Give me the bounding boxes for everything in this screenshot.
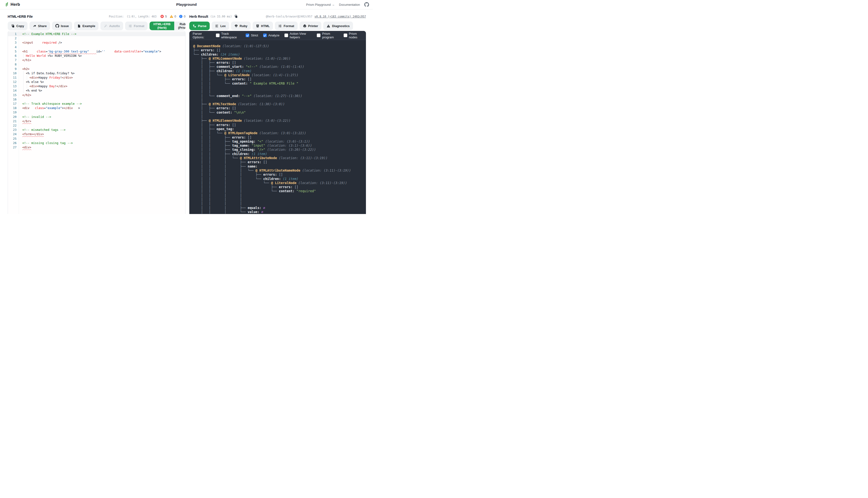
tree-line: │ ├── comment_start: "<!--" (location: (…	[193, 65, 362, 69]
version-link[interactable]: v0.8.10 (+183 commits) 2402c957	[314, 15, 366, 18]
html-button-label: HTML	[261, 24, 269, 28]
format-button[interactable]: Format	[125, 22, 148, 30]
lex-button[interactable]: Lex	[212, 22, 229, 30]
code-line[interactable]: <!-- Example HTML+ERB File -->	[19, 32, 185, 36]
diagnostic-badge: 0	[179, 15, 185, 18]
tree-line: │ │ │ └── value: ∅	[193, 210, 362, 214]
code-line[interactable]: <!-- Track whitespace example -->	[19, 102, 185, 106]
result-output-panel: Parser Options: Track whitespaceStrictAn…	[189, 31, 366, 214]
code-line[interactable]: Hello World <%= RUBY_VERSION %>	[19, 54, 185, 58]
tree-output[interactable]: @ DocumentNode (location: (1:0)-(27:5))├…	[189, 40, 366, 214]
checkbox-icon[interactable]	[246, 34, 249, 37]
example-button[interactable]: Example	[74, 22, 98, 30]
html-button[interactable]: HTML	[253, 22, 273, 30]
format-button[interactable]: Format	[275, 22, 298, 30]
app-logo[interactable]: Herb	[4, 2, 20, 7]
code-editor[interactable]: 1234567891011121314151617181920212223242…	[8, 31, 185, 214]
tree-line: │ │ │ │ ├── errors: []	[193, 185, 362, 189]
code-line[interactable]	[19, 110, 185, 115]
parser-option-prism-nodes[interactable]: Prism nodes	[344, 32, 363, 39]
tree-line: │ │ │ │	[193, 193, 362, 197]
code-line[interactable]: <% end %>	[19, 89, 185, 93]
code-line[interactable]: <div>Happy Day!</div>	[19, 84, 185, 89]
parser-option-analyze[interactable]: Analyze	[263, 34, 279, 37]
printer-button-label: Printer	[308, 24, 318, 28]
indent-guide	[23, 76, 24, 80]
result-panel-title: Herb Result	[189, 15, 208, 18]
format-icon	[278, 24, 282, 28]
format-button-label: Format	[284, 24, 294, 28]
code-line[interactable]: </br>	[19, 119, 185, 123]
checkbox-icon[interactable]	[263, 34, 267, 37]
code-line[interactable]	[19, 36, 185, 40]
parse-button[interactable]: Parse	[189, 22, 210, 30]
diagnostics-button[interactable]: Diagnostics	[323, 22, 353, 30]
code-line[interactable]: <% if Date.today.friday? %>	[19, 71, 185, 76]
checkbox-icon[interactable]	[317, 34, 320, 37]
share-button[interactable]: Share	[29, 22, 50, 30]
issue-button[interactable]: Issue	[52, 22, 72, 30]
line-number: 19	[8, 110, 19, 115]
github-icon[interactable]	[364, 2, 369, 7]
autofix-button[interactable]: Autofix	[101, 22, 123, 30]
tree-line: │ │ ├── tag_opening: "<" (location: (3:0…	[193, 140, 362, 144]
checkbox-icon[interactable]	[344, 34, 347, 37]
code-area[interactable]: <!-- Example HTML+ERB File --><input req…	[19, 31, 185, 214]
diagnostic-badge: 5	[160, 15, 167, 18]
code-line[interactable]: <h2>	[19, 67, 185, 71]
line-number: 17	[8, 102, 19, 106]
code-line[interactable]: <div class="example"></div >	[19, 106, 185, 110]
line-number: 27	[8, 145, 19, 149]
copy-result-button[interactable]	[234, 15, 238, 18]
tree-line: │ │ └── @ HTMLOpenTagNode (location: (3:…	[193, 131, 362, 135]
tree-line: │ │ │ │ └── @ LiteralNode (location: (3:…	[193, 181, 362, 185]
lex-button-label: Lex	[220, 24, 225, 28]
code-line[interactable]	[19, 136, 185, 141]
herb-logo-icon	[4, 2, 9, 7]
info-circle-icon	[179, 15, 183, 18]
code-line[interactable]	[19, 97, 185, 102]
code-line[interactable]: <div>	[19, 145, 185, 149]
html-icon	[256, 24, 259, 28]
code-line[interactable]: <form></div>	[19, 132, 185, 136]
nav-link-documentation[interactable]: Documentation	[339, 3, 360, 6]
code-line[interactable]: <!-- mismatched tags -->	[19, 128, 185, 132]
share-button-label: Share	[38, 24, 47, 28]
checkbox-icon[interactable]	[285, 34, 288, 37]
parser-option-track-whitespace[interactable]: Track whitespace	[216, 32, 241, 39]
parser-option-action-view-helpers[interactable]: Action View helpers	[285, 32, 312, 39]
ruby-button[interactable]: Ruby	[231, 22, 251, 30]
code-line[interactable]: <!-- invalid -->	[19, 115, 185, 119]
code-line[interactable]	[19, 123, 185, 128]
parser-option-strict[interactable]: Strict	[246, 34, 258, 37]
code-line[interactable]: </h2>	[19, 93, 185, 97]
code-line[interactable]: <% else %>	[19, 80, 185, 84]
tree-line: │ │	[193, 90, 362, 94]
parser-option-prism-program[interactable]: Prism program	[317, 32, 338, 39]
code-line[interactable]	[19, 62, 185, 67]
checkbox-icon[interactable]	[216, 34, 220, 37]
code-line[interactable]: <div>Happy Friday!</div>	[19, 76, 185, 80]
mode-tab-herb[interactable]: HTML+ERB (Herb)	[149, 22, 174, 30]
tree-line: │ │ ├── children: (1 item)	[193, 152, 362, 156]
tree-line: │ │ ├── tag_closing: "/>" (location: (3:…	[193, 148, 362, 152]
indent-guide	[23, 89, 24, 93]
tree-line: │ │ ├── errors: []	[193, 77, 362, 81]
result-panel: Herb Result (in 33.00 ms) @herb-tools/br…	[189, 9, 366, 214]
code-line[interactable]: <input required />	[19, 40, 185, 45]
line-number-gutter: 1234567891011121314151617181920212223242…	[8, 31, 19, 214]
code-line[interactable]: </h1>	[19, 58, 185, 62]
printer-button[interactable]: Printer	[300, 22, 321, 30]
warning-icon	[170, 15, 173, 18]
mode-tab-prism[interactable]: Ruby (Prism)	[174, 22, 185, 30]
share-icon	[33, 24, 37, 28]
code-line[interactable]	[19, 45, 185, 49]
nav-link-prism-playground[interactable]: Prism Playground →	[306, 3, 334, 6]
code-line[interactable]: <!-- missing closing tag -->	[19, 141, 185, 145]
copy-icon	[11, 24, 15, 28]
copy-button[interactable]: Copy	[8, 22, 28, 30]
code-line[interactable]: <h1 class='bg-gray-300 text-gray" id='' …	[19, 49, 185, 54]
line-number: 14	[8, 89, 19, 93]
line-number: 23	[8, 128, 19, 132]
diagnostic-count: 0	[174, 15, 176, 18]
